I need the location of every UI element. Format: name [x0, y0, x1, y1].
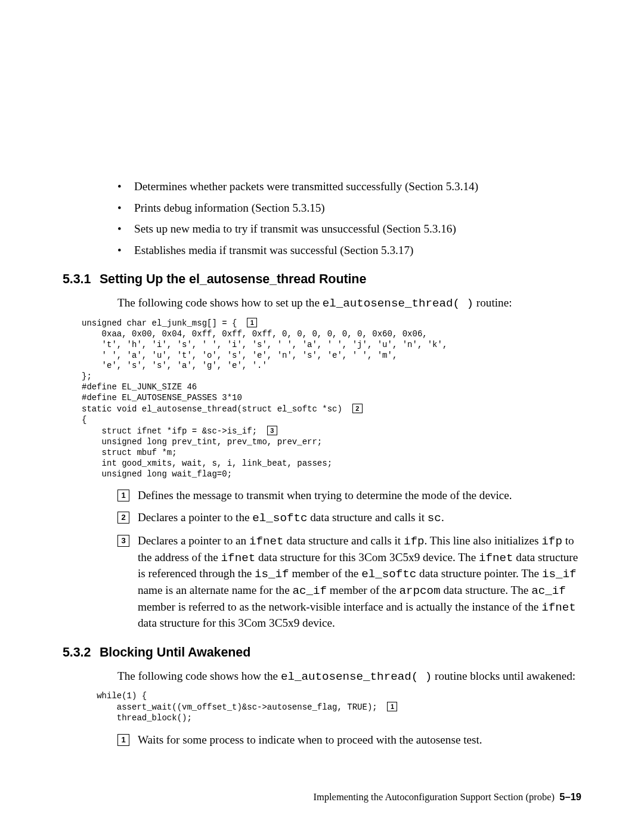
code-block: while(1) { assert_wait((vm_offset_t)&sc-… [82, 691, 581, 724]
code-span: sc [428, 512, 441, 525]
code-span: is_if [542, 568, 577, 581]
code-span: is_if [255, 568, 289, 581]
text: . [441, 511, 444, 524]
note-item: 3 Declares a pointer to an ifnet data st… [117, 533, 581, 631]
text: . This line also initializes [425, 534, 542, 547]
code-span: ifnet [221, 552, 256, 565]
callout-box: 1 [117, 490, 129, 501]
code-span: ifp [404, 535, 425, 548]
callout-box: 2 [352, 404, 363, 413]
callout-notes: 1 Waits for some process to indicate whe… [63, 732, 581, 748]
code-line: ' ', 'a', 'u', 't', 'o', 's', 'e', 'n', … [82, 351, 397, 360]
note-item: 2 Declares a pointer to the el_softc dat… [117, 510, 581, 527]
code-span: el_autosense_thread( ) [323, 297, 473, 310]
code-line: unsigned char el_junk_msg[] = { [82, 318, 247, 328]
text: routine blocks until awakened: [432, 670, 575, 682]
text: routine: [473, 296, 512, 309]
callout-notes: 1 Defines the message to transmit when t… [63, 488, 581, 631]
code-line: 't', 'h', 'i', 's', ' ', 'i', 's', ' ', … [82, 340, 447, 349]
code-span: arpcom [400, 584, 441, 597]
code-span: ifnet [541, 601, 576, 614]
note-text: Declares a pointer to the el_softc data … [138, 511, 444, 524]
code-line: 'e', 's', 's', 'a', 'g', 'e', '.' [82, 361, 267, 370]
text: member of the [289, 567, 361, 580]
text: data structure and calls it [284, 534, 404, 547]
callout-box: 2 [117, 512, 129, 524]
note-item: 1 Waits for some process to indicate whe… [117, 732, 581, 748]
text: name is an alternate name for the [138, 584, 292, 596]
code-span: ifnet [249, 535, 284, 548]
section-number: 5.3.2 [63, 645, 96, 660]
text: Declares a pointer to an [138, 534, 249, 547]
code-line: thread_block(); [82, 713, 192, 723]
code-line: assert_wait((vm_offset_t)&sc->autosense_… [82, 702, 387, 712]
text: data structure for this 3Com 3C5x9 devic… [138, 617, 335, 629]
list-item: Determines whether packets were transmit… [117, 179, 581, 194]
code-span: el_softc [252, 512, 307, 525]
note-item: 1 Defines the message to transmit when t… [117, 488, 581, 503]
list-item: Prints debug information (Section 5.3.15… [117, 200, 581, 216]
callout-box: 3 [267, 426, 277, 435]
list-item: Establishes media if transmit was succes… [117, 243, 581, 258]
code-line: int good_xmits, wait, s, i, link_beat, p… [82, 459, 332, 468]
section-title: Blocking Until Awakened [100, 645, 250, 659]
code-span: el_autosense_thread( ) [281, 670, 432, 683]
text: member is referred to as the network-vis… [138, 600, 541, 613]
code-line: #define EL_AUTOSENSE_PASSES 3*10 [82, 393, 242, 402]
callout-box: 1 [247, 318, 257, 327]
code-line: unsigned long wait_flag=0; [82, 469, 232, 479]
text: data structure and calls it [307, 511, 427, 524]
code-block: unsigned char el_junk_msg[] = { 1 0xaa, … [82, 318, 581, 480]
text: The following code shows how the [117, 670, 281, 682]
section-intro: The following code shows how the el_auto… [63, 668, 581, 685]
text: data structure. The [441, 584, 532, 596]
code-line: while(1) { [82, 691, 147, 701]
code-line: struct mbuf *m; [82, 448, 177, 457]
code-span: ac_if [531, 584, 566, 597]
code-span: ifnet [479, 552, 513, 565]
callout-box: 3 [117, 535, 129, 547]
code-line: static void el_autosense_thread(struct e… [82, 404, 352, 414]
code-span: ifp [541, 535, 562, 548]
text: data structure for this 3Com 3C5x9 devic… [255, 551, 479, 563]
top-bullet-list: Determines whether packets were transmit… [63, 179, 581, 258]
text: data structure pointer. The [416, 567, 542, 580]
note-text: Declares a pointer to an ifnet data stru… [138, 534, 578, 630]
code-span: ac_if [292, 584, 327, 597]
code-line: { [82, 415, 86, 425]
code-line: unsigned long prev_tint, prev_tmo, prev_… [82, 437, 322, 447]
footer-text: Implementing the Autoconfiguration Suppo… [313, 791, 555, 803]
note-text: Defines the message to transmit when try… [138, 489, 512, 501]
code-line: #define EL_JUNK_SIZE 46 [82, 382, 197, 392]
code-span: el_softc [361, 568, 416, 581]
section-number: 5.3.1 [63, 272, 96, 287]
page-footer: Implementing the Autoconfiguration Suppo… [313, 791, 581, 803]
callout-box: 1 [387, 702, 397, 711]
list-item: Sets up new media to try if transmit was… [117, 221, 581, 237]
code-line: }; [82, 371, 92, 381]
code-line: struct ifnet *ifp = &sc->is_if; [82, 426, 267, 436]
section-title: Setting Up the el_autosense_thread Routi… [100, 272, 366, 286]
text: member of the [327, 584, 399, 596]
section-heading-532: 5.3.2 Blocking Until Awakened [63, 645, 581, 660]
text: The following code shows how to set up t… [117, 296, 323, 309]
page: Determines whether packets were transmit… [0, 0, 644, 833]
text: Declares a pointer to the [138, 511, 252, 524]
code-line: 0xaa, 0x00, 0x04, 0xff, 0xff, 0xff, 0, 0… [82, 329, 428, 339]
section-heading-531: 5.3.1 Setting Up the el_autosense_thread… [63, 272, 581, 287]
section-intro: The following code shows how to set up t… [63, 295, 581, 312]
content-area: Determines whether packets were transmit… [63, 179, 581, 747]
callout-box: 1 [117, 734, 129, 746]
page-number: 5–19 [559, 791, 581, 802]
note-text: Waits for some process to indicate when … [138, 733, 482, 746]
